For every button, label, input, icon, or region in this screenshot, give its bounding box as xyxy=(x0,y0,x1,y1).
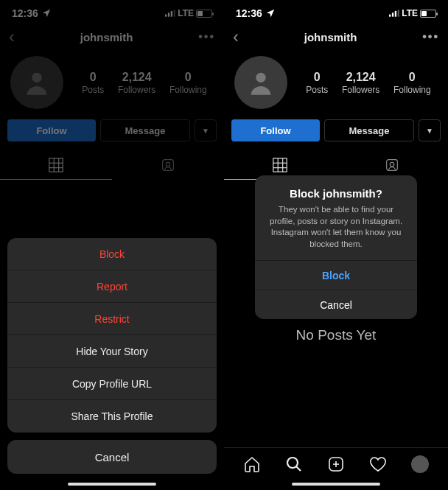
location-arrow-icon xyxy=(265,8,276,18)
svg-rect-15 xyxy=(398,10,399,16)
page-title: johnsmith xyxy=(239,31,422,43)
status-time: 12:36 xyxy=(236,7,262,19)
grid-icon xyxy=(272,157,288,173)
status-bar: 12:36 LTE xyxy=(224,0,448,24)
svg-line-25 xyxy=(296,466,301,471)
home-icon[interactable] xyxy=(243,455,261,473)
activity-heart-icon[interactable] xyxy=(369,455,387,473)
svg-point-23 xyxy=(390,162,394,167)
signal-icon xyxy=(389,10,399,17)
home-indicator xyxy=(292,483,380,486)
svg-rect-12 xyxy=(389,15,391,17)
stat-posts[interactable]: 0Posts xyxy=(306,71,328,95)
sheet-hide-story[interactable]: Hide Your Story xyxy=(7,335,217,368)
stat-followers[interactable]: 2,124Followers xyxy=(342,71,379,95)
suggestions-caret-button[interactable]: ▼ xyxy=(419,119,441,141)
svg-rect-17 xyxy=(273,158,287,171)
confirm-message: They won't be able to find your profile,… xyxy=(255,204,417,260)
phone-right: 12:36 LTE ‹ johnsmith ••• 0Posts 2,124Fo… xyxy=(224,0,448,490)
nav-bar: ‹ johnsmith ••• xyxy=(224,24,448,50)
sheet-copy-url[interactable]: Copy Profile URL xyxy=(7,368,217,400)
follow-button[interactable]: Follow xyxy=(231,119,320,141)
sheet-share[interactable]: Share This Profile xyxy=(7,400,217,433)
action-sheet: Block Report Restrict Hide Your Story Co… xyxy=(7,238,217,474)
phone-left: 12:36 LTE ‹ johnsmith ••• 0Posts 2,124Fo… xyxy=(0,0,224,490)
svg-point-24 xyxy=(287,458,298,468)
svg-rect-14 xyxy=(395,11,396,17)
confirm-block-button[interactable]: Block xyxy=(255,260,417,290)
home-indicator xyxy=(68,483,156,486)
sheet-report[interactable]: Report xyxy=(7,270,217,303)
confirm-cancel-button[interactable]: Cancel xyxy=(255,290,417,319)
action-buttons: Follow Message ▼ xyxy=(224,116,448,150)
bottom-nav xyxy=(224,447,448,480)
empty-state: No Posts Yet xyxy=(224,327,448,343)
profile-header: 0Posts 2,124Followers 0Following xyxy=(224,50,448,116)
back-button[interactable]: ‹ xyxy=(233,27,239,47)
search-icon[interactable] xyxy=(285,455,303,473)
tagged-icon xyxy=(384,157,400,173)
svg-rect-13 xyxy=(392,13,393,16)
stats-row: 0Posts 2,124Followers 0Following xyxy=(299,71,438,95)
status-network: LTE xyxy=(402,8,418,18)
stat-following[interactable]: 0Following xyxy=(393,71,431,95)
more-button[interactable]: ••• xyxy=(422,30,439,43)
avatar[interactable] xyxy=(234,56,287,109)
message-button[interactable]: Message xyxy=(324,119,414,141)
svg-rect-22 xyxy=(387,160,398,171)
sheet-cancel[interactable]: Cancel xyxy=(7,440,217,474)
confirm-dialog: Block johnsmith? They won't be able to f… xyxy=(255,175,417,319)
battery-icon xyxy=(420,10,436,18)
new-post-icon[interactable] xyxy=(327,455,345,473)
confirm-title: Block johnsmith? xyxy=(255,175,417,204)
person-icon xyxy=(246,68,276,97)
sheet-block[interactable]: Block xyxy=(7,238,217,270)
svg-point-16 xyxy=(256,73,265,83)
sheet-restrict[interactable]: Restrict xyxy=(7,303,217,335)
profile-tab-avatar[interactable] xyxy=(411,455,429,473)
